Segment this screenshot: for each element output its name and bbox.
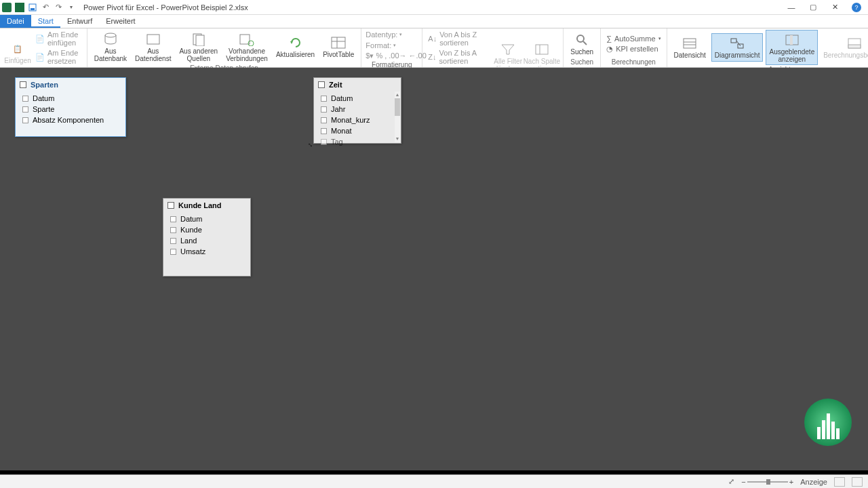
column-icon xyxy=(170,249,176,255)
format-selector[interactable]: Format:▾ xyxy=(366,41,396,50)
from-other-sources-button[interactable]: Aus anderen Quellen xyxy=(176,30,220,64)
sort-column-icon xyxy=(532,41,551,58)
tab-advanced[interactable]: Erweitert xyxy=(99,15,142,28)
field-label[interactable]: Monat xyxy=(331,127,352,135)
calculation-area-button[interactable]: Berechnungsbereich xyxy=(821,34,868,61)
filter-clear-icon xyxy=(498,41,517,58)
svg-marker-12 xyxy=(502,45,514,54)
ribbon: 📋 Einfügen 📄Am Ende einfügen 📄Am Ende er… xyxy=(0,28,868,68)
paste-append-button[interactable]: 📄Am Ende einfügen xyxy=(34,30,83,47)
fit-to-screen-icon[interactable]: ⤢ xyxy=(728,477,734,486)
group-calculations: ∑AutoSumme▾ ◔KPI erstellen Berechnungen xyxy=(601,28,667,67)
increase-decimal-button[interactable]: .00→ xyxy=(389,52,406,60)
field-label[interactable]: Jahr xyxy=(331,105,345,113)
svg-rect-1 xyxy=(31,8,35,10)
table-icon xyxy=(318,81,325,88)
from-database-button[interactable]: Aus Datenbank xyxy=(92,30,130,64)
group-view: Datensicht Diagrammsicht Ausgeblendete a… xyxy=(667,28,868,67)
table-zeit[interactable]: Zeit Datum Jahr Monat_kurz Monat Tag ▲ ▼… xyxy=(313,77,401,144)
field-label[interactable]: Umsatz xyxy=(180,247,205,256)
percent-button[interactable]: % xyxy=(376,52,382,60)
column-icon xyxy=(170,238,176,244)
undo-icon[interactable]: ↶ xyxy=(40,2,51,13)
dataservice-icon xyxy=(144,31,163,47)
save-icon[interactable] xyxy=(27,2,38,13)
pivottable-icon xyxy=(329,35,348,51)
calc-area-icon xyxy=(845,35,864,52)
status-bar: ⤢ − + Anzeige xyxy=(0,474,868,488)
scrollbar[interactable]: ▲ ▼ xyxy=(395,92,400,142)
zoom-in-button[interactable]: + xyxy=(789,478,793,486)
field-label[interactable]: Land xyxy=(180,237,197,245)
svg-rect-3 xyxy=(147,35,159,44)
sort-asc-button[interactable]: A↓Von A bis Z sortieren xyxy=(427,30,492,47)
qat-dropdown-icon[interactable]: ▾ xyxy=(66,2,77,13)
watermark-logo xyxy=(804,399,852,446)
field-label[interactable]: Datum xyxy=(180,215,202,223)
field-label[interactable]: Datum xyxy=(33,94,54,102)
diagram-view-icon xyxy=(728,35,747,52)
scroll-thumb[interactable] xyxy=(395,98,400,116)
autosum-button[interactable]: ∑AutoSumme▾ xyxy=(605,34,662,43)
column-icon xyxy=(22,117,28,123)
paste-button[interactable]: 📋 Einfügen xyxy=(4,39,31,66)
kpi-button[interactable]: ◔KPI erstellen xyxy=(605,44,662,54)
help-button[interactable]: ? xyxy=(852,3,861,12)
maximize-button[interactable]: ▢ xyxy=(808,3,818,12)
refresh-button[interactable]: Aktualisieren xyxy=(273,33,317,60)
from-dataservice-button[interactable]: Aus Datendienst xyxy=(132,30,174,64)
window-title: Power Pivot für Excel - PowerPivot Beisp… xyxy=(83,3,248,12)
connections-icon xyxy=(237,31,256,47)
tab-home[interactable]: Start xyxy=(31,15,60,28)
field-label[interactable]: Kunde xyxy=(180,226,202,234)
diagram-view-button[interactable]: Diagrammsicht xyxy=(711,33,764,62)
redo-icon[interactable]: ↷ xyxy=(53,2,64,13)
field-label[interactable]: Tag xyxy=(331,138,343,146)
zoom-out-button[interactable]: − xyxy=(741,478,745,486)
column-icon xyxy=(321,128,327,134)
view-mode-2-button[interactable] xyxy=(852,477,863,487)
column-icon xyxy=(321,139,327,145)
refresh-icon xyxy=(286,35,305,51)
close-button[interactable]: ✕ xyxy=(830,3,840,12)
other-sources-icon xyxy=(189,31,208,47)
ribbon-tabs: Datei Start Entwurf Erweitert xyxy=(0,15,868,28)
search-icon xyxy=(572,32,591,48)
paste-replace-button[interactable]: 📄Am Ende ersetzen xyxy=(34,48,83,66)
table-title: Kunde Land xyxy=(178,201,222,209)
table-kunde-land[interactable]: Kunde Land Datum Kunde Land Umsatz xyxy=(163,198,251,277)
field-label[interactable]: Absatz Komponenten xyxy=(33,116,104,124)
field-label[interactable]: Sparte xyxy=(33,105,54,113)
scroll-down-icon[interactable]: ▼ xyxy=(395,136,400,142)
find-button[interactable]: Suchen xyxy=(568,30,596,58)
view-mode-1-button[interactable] xyxy=(834,477,845,487)
svg-marker-8 xyxy=(290,41,293,44)
show-hidden-button[interactable]: Ausgeblendete anzeigen xyxy=(766,30,818,65)
diagram-canvas[interactable]: Sparten Datum Sparte Absatz Komponenten … xyxy=(0,68,868,470)
currency-button[interactable]: $▾ xyxy=(366,52,374,60)
sort-desc-button[interactable]: Z↓Von Z bis A sortieren xyxy=(427,48,492,66)
table-title: Sparten xyxy=(31,81,58,89)
group-external-data: Aus Datenbank Aus Datendienst Aus andere… xyxy=(87,28,362,67)
scroll-up-icon[interactable]: ▲ xyxy=(395,92,400,98)
comma-button[interactable]: , xyxy=(384,52,387,60)
data-view-button[interactable]: Datensicht xyxy=(671,34,709,61)
pivottable-button[interactable]: PivotTable xyxy=(320,33,357,60)
column-icon xyxy=(321,106,327,113)
table-sparten[interactable]: Sparten Datum Sparte Absatz Komponenten xyxy=(15,77,126,137)
tab-design[interactable]: Entwurf xyxy=(60,15,99,28)
minimize-button[interactable]: — xyxy=(787,3,796,12)
zoom-slider[interactable]: − + xyxy=(741,478,793,486)
existing-connections-button[interactable]: Vorhandene Verbindungen xyxy=(223,30,271,64)
svg-rect-13 xyxy=(536,45,548,54)
status-label: Anzeige xyxy=(800,478,827,486)
title-bar: ↶ ↷ ▾ Power Pivot für Excel - PowerPivot… xyxy=(0,0,868,15)
column-icon xyxy=(321,96,327,102)
field-label[interactable]: Monat_kurz xyxy=(331,116,370,124)
datatype-selector[interactable]: Datentyp:▾ xyxy=(366,30,402,39)
field-label[interactable]: Datum xyxy=(331,94,353,102)
app-icon xyxy=(1,2,12,13)
tab-file[interactable]: Datei xyxy=(0,15,31,28)
column-icon xyxy=(170,216,176,222)
svg-rect-26 xyxy=(848,45,861,48)
